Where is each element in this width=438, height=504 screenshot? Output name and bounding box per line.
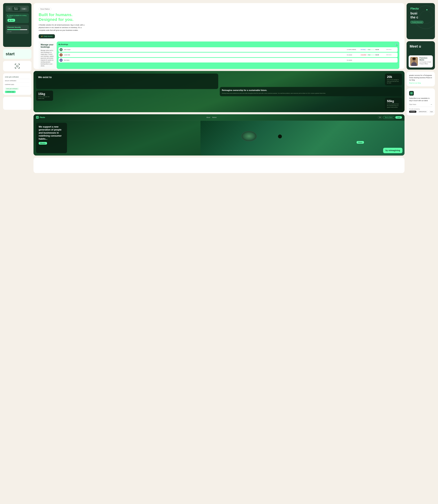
- flecto-logo-svg: [410, 92, 413, 95]
- book-demo-button-left[interactable]: Book a Demo: [12, 7, 20, 11]
- hero-title: Built for humans. Designed for you.: [39, 12, 399, 22]
- eye-iris: [241, 131, 257, 141]
- backed-by-label: Proudly backed by: [409, 108, 432, 110]
- hero-description: A flexible solution for all rental busin…: [39, 24, 88, 32]
- sponsor-maze: maze: [429, 110, 434, 113]
- name-john: John Cooper: [64, 49, 346, 50]
- newsletter-input[interactable]: [409, 104, 429, 105]
- verification-steps-card: renter gets verification secure verifica…: [3, 73, 32, 95]
- my-bookings-title: My Bookings: [58, 44, 68, 45]
- avatar-john: JC: [60, 48, 63, 51]
- channels-label: Channels Security: [7, 26, 27, 28]
- step-3-text: customer pays: [5, 84, 14, 85]
- svg-rect-12: [37, 117, 38, 117]
- reimagining-text: by reimagining: [385, 149, 400, 152]
- exist-box: We exist to: [36, 74, 218, 89]
- dates-2: 2022-03-01: [386, 54, 396, 55]
- leaf-texture: [200, 121, 405, 155]
- left-column: EN Book a Demo Login Always available fo…: [3, 3, 32, 173]
- nav-about[interactable]: About: [207, 117, 210, 118]
- start-card: start: [3, 49, 32, 59]
- hero-card: Flecto Platform Built for humans. Design…: [33, 3, 405, 69]
- vision-tag: Vision: [357, 141, 364, 144]
- sustain-grid: We exist to 15kg of CO2 saved per one re…: [36, 74, 402, 110]
- blog-card: greater success for a Portuguese rental …: [406, 72, 435, 86]
- step-1-text: renter gets verification: [5, 76, 19, 78]
- svg-rect-5: [15, 67, 15, 68]
- avatar-mia: MH: [60, 59, 63, 62]
- center-column: Flecto Platform Built for humans. Design…: [33, 3, 405, 173]
- mission-card: Flecto About Market EN Book a Demo Login: [33, 114, 405, 155]
- mission-demo-button[interactable]: Book a Demo: [383, 116, 394, 119]
- brand-tagline-1: busi: [410, 11, 431, 15]
- brand-tagline-2: the c: [410, 15, 431, 19]
- mission-text-box: We support a new generation of people an…: [36, 123, 67, 153]
- svg-point-9: [17, 66, 17, 66]
- renter-chip: renter gets verification: [5, 88, 19, 90]
- nav-market[interactable]: Market: [212, 117, 217, 118]
- hero-title-line1: Built for humans.: [39, 12, 73, 17]
- booking-row-2: LH Louise Hale 2x Lenses Cancelled Paid …: [58, 53, 398, 57]
- product-mia: 2x Lenses: [347, 60, 360, 61]
- step-2-text: secure verification: [5, 80, 16, 81]
- login-button-left[interactable]: Login: [21, 8, 27, 10]
- booking-row-3: MH Mia Hutton 2x Lenses: [58, 58, 398, 63]
- meet-card: Meet u: [406, 41, 435, 70]
- mini-nav: EN Book a Demo Login: [6, 6, 29, 12]
- booking-row-1: JC John Cooper 1x GoPro HERO6 On Going P…: [58, 47, 398, 52]
- left-dark-card: EN Book a Demo Login Always available fo…: [3, 3, 32, 47]
- stat-15kg-number: 15kg: [38, 92, 51, 96]
- payment-paid-2: Paid: [367, 54, 375, 56]
- svg-rect-3: [19, 64, 20, 65]
- newsletter-text: Subscribe to our newsletter to stay in t…: [409, 97, 432, 102]
- dark-brand-card: Flecto busi the c Product Returned: [406, 3, 435, 39]
- svg-point-17: [412, 58, 416, 60]
- mission-logo: Flecto: [36, 116, 45, 119]
- brand-name: Flecto: [410, 7, 431, 10]
- verification-step-3: customer pays: [5, 83, 30, 86]
- person-photo: [410, 57, 418, 66]
- sustainability-content: We exist to 15kg of CO2 saved per one re…: [33, 71, 405, 112]
- reimagine-box: Reimagine ownership for a sustainable fu…: [220, 87, 402, 96]
- channels-security-card: Channels Security 25 / 100: [6, 25, 29, 34]
- progress-container: [7, 29, 27, 30]
- sustain-left: We exist to 15kg of CO2 saved per one re…: [36, 74, 218, 110]
- person-name: Francisco Bento: [419, 57, 431, 61]
- availability-text: Always available for renting Online: [8, 15, 26, 18]
- early-access-button[interactable]: ⚡ Early Access: [39, 34, 55, 38]
- face-scan-icon: [15, 64, 20, 69]
- lang-selector[interactable]: EN: [8, 8, 11, 10]
- svg-rect-22: [410, 93, 411, 94]
- svg-rect-13: [37, 118, 37, 118]
- svg-rect-1: [15, 64, 15, 65]
- svg-rect-14: [37, 118, 38, 118]
- person-avatar-svg: [410, 57, 418, 66]
- mission-lang[interactable]: EN: [378, 116, 382, 119]
- stat-55kg: 55kg of CO2 emissions from the manufactu…: [385, 98, 402, 110]
- availability-badge: Always available for renting Online ▶ st…: [6, 13, 29, 23]
- sponsor-ubermorgen: ÜBRMORGEN: [418, 110, 428, 113]
- reimagining-box: by reimagining: [383, 148, 403, 153]
- product-john: 1x GoPro HERO6: [347, 49, 360, 50]
- mission-nav: Flecto About Market EN Book a Demo Login: [33, 114, 405, 121]
- stat-20k-label: tons of CO2 savings to 2018 and 200,000 …: [387, 79, 400, 84]
- svg-rect-11: [37, 117, 37, 117]
- flecto-logo-text: Flecto: [40, 116, 45, 118]
- progress-fill: [7, 29, 20, 30]
- mission-login-button[interactable]: Login: [395, 116, 402, 119]
- mission-content: We support a new generation of people an…: [33, 121, 405, 155]
- stat-55kg-number: 55kg: [387, 99, 400, 103]
- meet-title: Meet u: [410, 44, 432, 48]
- bottom-left-card: [3, 97, 32, 110]
- search-icon[interactable]: 🔍: [395, 43, 398, 46]
- bookings-table: My Bookings 🔍 JC John Cooper 1x GoPro HE…: [57, 42, 399, 69]
- svg-rect-20: [410, 92, 411, 93]
- mission-headline: We support a new generation of people an…: [39, 125, 65, 141]
- exist-title: We exist to: [38, 76, 216, 79]
- start-button[interactable]: ▶ start: [8, 19, 15, 22]
- flecto-logo-icon: [36, 116, 39, 119]
- payment-paid-1: Paid: [367, 49, 375, 51]
- blog-link[interactable]: Read on our blog: [409, 82, 432, 84]
- newsletter-submit-arrow[interactable]: →: [430, 103, 432, 106]
- bottom-center-card: [33, 158, 405, 173]
